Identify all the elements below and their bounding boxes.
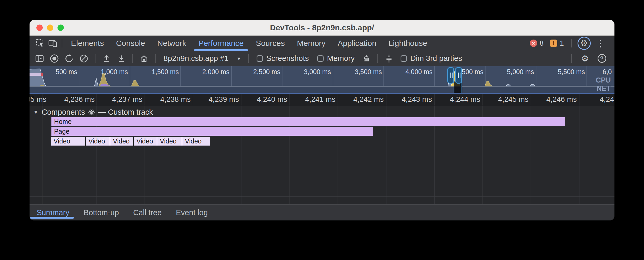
ruler-label: 4,24 xyxy=(600,95,614,104)
divider xyxy=(62,39,62,47)
ruler-label: 4,245 ms xyxy=(498,95,528,104)
dim-3rd-parties-checkbox[interactable]: Dim 3rd parties xyxy=(397,54,465,63)
warning-count: 1 xyxy=(560,39,564,47)
divider xyxy=(571,54,572,63)
flame-bar-video[interactable]: Video xyxy=(157,137,182,146)
tab-lighthouse[interactable]: Lighthouse xyxy=(382,36,433,51)
help-icon[interactable]: ? xyxy=(595,52,608,65)
error-badge[interactable]: × 8 xyxy=(528,39,545,47)
ruler-label: 4,239 ms xyxy=(209,95,239,104)
reload-and-record-icon[interactable] xyxy=(63,52,75,65)
error-count: 8 xyxy=(540,39,544,47)
overview-time-label: 5,000 ms xyxy=(507,68,534,76)
gear-icon: ⚙ xyxy=(580,39,588,47)
toggle-sidebar-icon[interactable] xyxy=(33,52,46,65)
close-window-button[interactable] xyxy=(36,25,43,31)
record-button[interactable] xyxy=(48,52,61,65)
zoom-window-button[interactable] xyxy=(57,25,64,31)
clear-recording-icon[interactable] xyxy=(78,52,90,65)
capture-settings-gear-icon[interactable]: ⚙ xyxy=(579,52,591,65)
divider xyxy=(132,54,133,63)
tab-elements[interactable]: Elements xyxy=(65,36,110,51)
warning-badge[interactable]: ! 1 xyxy=(548,39,565,47)
tab-application[interactable]: Application xyxy=(331,36,382,51)
flame-bar-video[interactable]: Video xyxy=(86,137,110,146)
tab-call-tree[interactable]: Call tree xyxy=(126,208,169,217)
ruler-label: 4,237 ms xyxy=(112,95,142,104)
more-options-menu-icon[interactable]: ⋮ xyxy=(594,38,607,49)
checkbox-icon xyxy=(401,55,407,62)
tab-sources[interactable]: Sources xyxy=(250,36,291,51)
screenshots-checkbox[interactable]: Screenshots xyxy=(253,54,312,63)
target-selector-dropdown[interactable]: 8p2n9n.csb.app #1 ▾ xyxy=(160,54,243,63)
divider xyxy=(30,196,614,197)
warning-icon: ! xyxy=(550,40,557,47)
checkbox-icon xyxy=(317,55,324,62)
chevron-down-icon: ▾ xyxy=(238,55,240,62)
bottom-tabbar: Summary Bottom-up Call tree Event log xyxy=(30,204,614,220)
overview-time-label: 1,000 ms xyxy=(101,68,128,76)
divider xyxy=(95,54,95,63)
traffic-lights xyxy=(36,20,64,35)
dim-3rd-parties-label: Dim 3rd parties xyxy=(410,54,462,63)
divider xyxy=(377,54,378,63)
flame-bar-video[interactable]: Video xyxy=(182,137,210,146)
ruler-label: 35 ms xyxy=(30,95,46,104)
ruler-label: 4,241 ms xyxy=(305,95,335,104)
screenshots-label: Screenshots xyxy=(266,54,309,63)
overview-time-label: 500 ms xyxy=(56,68,77,76)
tab-network[interactable]: Network xyxy=(151,36,192,51)
flame-bar-page[interactable]: Page xyxy=(51,127,373,136)
overview-time-label: 3,500 ms xyxy=(355,68,382,76)
selection-right-handle[interactable] xyxy=(455,67,462,84)
ruler-label: 4,238 ms xyxy=(160,95,191,104)
collapse-track-icon[interactable]: ▼ xyxy=(33,109,39,115)
timeline-overview[interactable]: 500 ms 1,000 ms 1,500 ms 2,000 ms 2,500 … xyxy=(30,66,614,94)
flame-bar-video[interactable]: Video xyxy=(134,137,157,146)
memory-checkbox[interactable]: Memory xyxy=(314,54,358,63)
cpu-lane-label: CPU xyxy=(596,76,611,84)
ruler-label: 4,246 ms xyxy=(546,95,577,104)
ruler-label: 4,236 ms xyxy=(64,95,95,104)
collapse-sections-icon[interactable] xyxy=(383,52,395,65)
collect-garbage-icon[interactable] xyxy=(360,52,373,65)
download-profile-icon[interactable] xyxy=(115,52,128,65)
error-icon: × xyxy=(530,40,537,47)
flame-bar-video[interactable]: Video xyxy=(110,137,133,146)
overview-time-label: 3,000 ms xyxy=(304,68,331,76)
tab-bottom-up[interactable]: Bottom-up xyxy=(76,208,126,217)
minimize-window-button[interactable] xyxy=(47,25,53,31)
overview-time-label: 6,0 xyxy=(603,68,612,76)
overview-time-label: 1,500 ms xyxy=(152,68,179,76)
tab-console[interactable]: Console xyxy=(110,36,151,51)
flame-bar-video[interactable]: Video xyxy=(51,137,85,146)
tab-memory[interactable]: Memory xyxy=(291,36,331,51)
window-title: DevTools - 8p2n9n.csb.app/ xyxy=(270,23,374,32)
components-custom-track: ▼ Components — Custom track Home Page Vi… xyxy=(30,105,614,204)
divider xyxy=(248,54,249,63)
overview-time-label: 5,500 ms xyxy=(558,68,585,76)
active-tab-underline xyxy=(30,217,74,219)
ruler-label: 4,244 ms xyxy=(450,95,480,104)
overview-time-label: 2,500 ms xyxy=(253,68,280,76)
inspect-element-icon[interactable] xyxy=(34,37,46,50)
devtools-tabbar: Elements Console Network Performance Sou… xyxy=(30,36,614,51)
overview-time-label: 4,000 ms xyxy=(405,68,432,76)
settings-gear-button[interactable]: ⚙ xyxy=(578,37,591,50)
upload-profile-icon[interactable] xyxy=(100,52,113,65)
selection-left-handle[interactable] xyxy=(447,67,454,84)
flame-bar-home[interactable]: Home xyxy=(51,117,565,126)
react-atom-icon xyxy=(88,109,95,116)
divider xyxy=(155,54,156,63)
overview-time-label: 2,000 ms xyxy=(202,68,229,76)
home-icon[interactable] xyxy=(138,52,150,65)
tab-event-log[interactable]: Event log xyxy=(169,208,215,217)
detail-time-ruler[interactable]: 35 ms 4,236 ms 4,237 ms 4,238 ms 4,239 m… xyxy=(30,94,614,105)
tab-summary[interactable]: Summary xyxy=(30,208,76,217)
track-header[interactable]: ▼ Components — Custom track xyxy=(33,108,153,117)
memory-label: Memory xyxy=(327,54,355,63)
ruler-label: 4,243 ms xyxy=(402,95,432,104)
device-toolbar-icon[interactable] xyxy=(46,37,59,50)
tab-performance[interactable]: Performance xyxy=(192,36,250,51)
net-lane-label: NET xyxy=(597,84,611,93)
